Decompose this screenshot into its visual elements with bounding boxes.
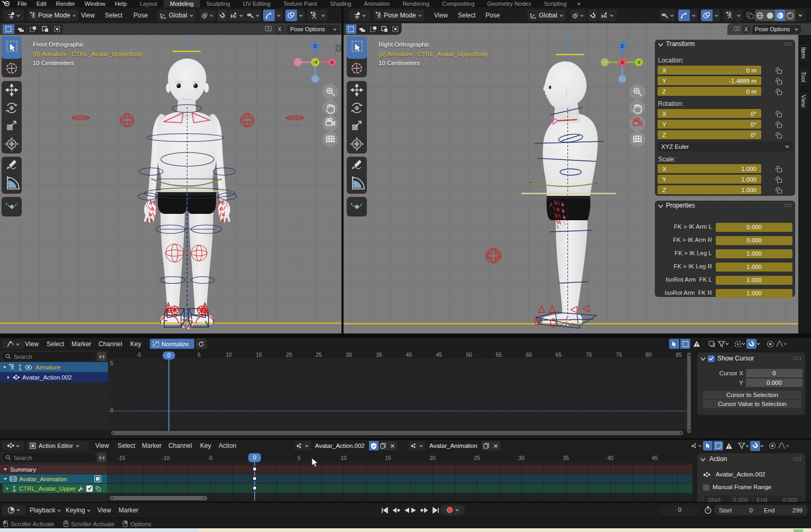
svg-text:Y: Y (637, 60, 641, 65)
svg-text:-Y: -Y (313, 60, 318, 65)
svg-text:Z: Z (314, 43, 317, 49)
svg-text:Z: Z (621, 43, 624, 49)
svg-text:X: X (330, 60, 334, 65)
svg-text:X: X (620, 60, 624, 65)
